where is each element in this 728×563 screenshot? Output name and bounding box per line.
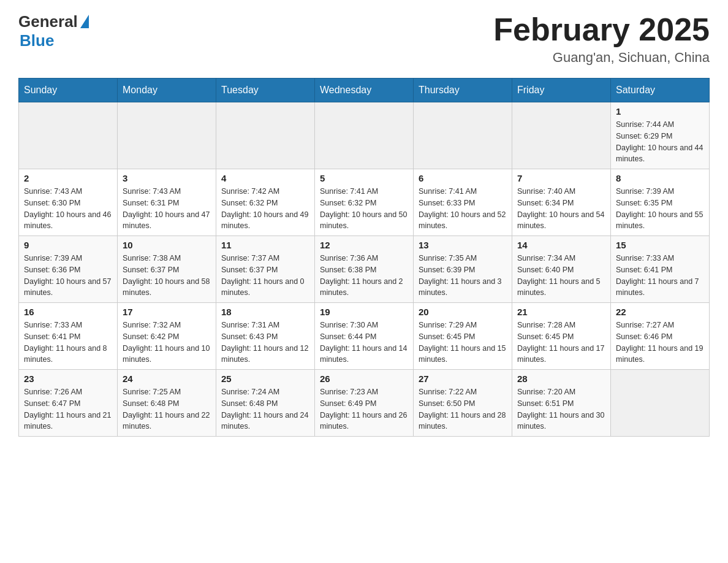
day-info: Sunrise: 7:33 AMSunset: 6:41 PMDaylight:… bbox=[616, 253, 704, 299]
calendar-cell: 11Sunrise: 7:37 AMSunset: 6:37 PMDayligh… bbox=[216, 236, 315, 303]
day-info: Sunrise: 7:32 AMSunset: 6:42 PMDaylight:… bbox=[123, 320, 211, 366]
day-info: Sunrise: 7:31 AMSunset: 6:43 PMDaylight:… bbox=[221, 320, 309, 366]
day-info: Sunrise: 7:29 AMSunset: 6:45 PMDaylight:… bbox=[419, 320, 507, 366]
day-number: 15 bbox=[616, 240, 704, 250]
weekday-header-row: Sunday Monday Tuesday Wednesday Thursday… bbox=[19, 79, 710, 102]
calendar: Sunday Monday Tuesday Wednesday Thursday… bbox=[18, 78, 710, 437]
calendar-cell: 25Sunrise: 7:24 AMSunset: 6:48 PMDayligh… bbox=[216, 370, 315, 437]
day-number: 16 bbox=[24, 307, 112, 317]
calendar-cell: 16Sunrise: 7:33 AMSunset: 6:41 PMDayligh… bbox=[19, 303, 118, 370]
day-number: 4 bbox=[221, 173, 309, 183]
week-row-5: 23Sunrise: 7:26 AMSunset: 6:47 PMDayligh… bbox=[19, 370, 710, 437]
day-info: Sunrise: 7:33 AMSunset: 6:41 PMDaylight:… bbox=[24, 320, 112, 366]
day-number: 7 bbox=[517, 173, 605, 183]
day-info: Sunrise: 7:28 AMSunset: 6:45 PMDaylight:… bbox=[517, 320, 605, 366]
calendar-cell bbox=[315, 102, 414, 169]
week-row-1: 1Sunrise: 7:44 AMSunset: 6:29 PMDaylight… bbox=[19, 102, 710, 169]
day-info: Sunrise: 7:43 AMSunset: 6:31 PMDaylight:… bbox=[123, 186, 211, 232]
day-info: Sunrise: 7:41 AMSunset: 6:33 PMDaylight:… bbox=[419, 186, 507, 232]
day-number: 25 bbox=[221, 373, 309, 384]
day-number: 1 bbox=[616, 106, 704, 117]
calendar-cell: 27Sunrise: 7:22 AMSunset: 6:50 PMDayligh… bbox=[414, 370, 512, 437]
calendar-cell: 2Sunrise: 7:43 AMSunset: 6:30 PMDaylight… bbox=[19, 169, 118, 236]
day-number: 20 bbox=[419, 307, 507, 317]
header-wednesday: Wednesday bbox=[315, 79, 414, 102]
day-info: Sunrise: 7:44 AMSunset: 6:29 PMDaylight:… bbox=[616, 119, 704, 165]
week-row-2: 2Sunrise: 7:43 AMSunset: 6:30 PMDaylight… bbox=[19, 169, 710, 236]
day-info: Sunrise: 7:30 AMSunset: 6:44 PMDaylight:… bbox=[320, 320, 408, 366]
calendar-cell bbox=[414, 102, 512, 169]
calendar-cell: 13Sunrise: 7:35 AMSunset: 6:39 PMDayligh… bbox=[414, 236, 512, 303]
header-monday: Monday bbox=[118, 79, 216, 102]
day-number: 23 bbox=[24, 373, 112, 384]
calendar-cell: 21Sunrise: 7:28 AMSunset: 6:45 PMDayligh… bbox=[512, 303, 611, 370]
day-number: 2 bbox=[24, 173, 112, 183]
header-sunday: Sunday bbox=[19, 79, 118, 102]
calendar-cell: 20Sunrise: 7:29 AMSunset: 6:45 PMDayligh… bbox=[414, 303, 512, 370]
day-number: 3 bbox=[123, 173, 211, 183]
day-number: 11 bbox=[221, 240, 309, 250]
day-info: Sunrise: 7:38 AMSunset: 6:37 PMDaylight:… bbox=[123, 253, 211, 299]
calendar-cell: 8Sunrise: 7:39 AMSunset: 6:35 PMDaylight… bbox=[611, 169, 710, 236]
day-number: 22 bbox=[616, 307, 704, 317]
header: General Blue February 2025 Guang'an, Sic… bbox=[18, 12, 710, 66]
day-number: 8 bbox=[616, 173, 704, 183]
day-number: 17 bbox=[123, 307, 211, 317]
calendar-cell bbox=[611, 370, 710, 437]
day-info: Sunrise: 7:39 AMSunset: 6:35 PMDaylight:… bbox=[616, 186, 704, 232]
header-saturday: Saturday bbox=[611, 79, 710, 102]
calendar-cell: 23Sunrise: 7:26 AMSunset: 6:47 PMDayligh… bbox=[19, 370, 118, 437]
calendar-cell: 22Sunrise: 7:27 AMSunset: 6:46 PMDayligh… bbox=[611, 303, 710, 370]
day-info: Sunrise: 7:22 AMSunset: 6:50 PMDaylight:… bbox=[419, 386, 507, 432]
calendar-cell: 15Sunrise: 7:33 AMSunset: 6:41 PMDayligh… bbox=[611, 236, 710, 303]
day-info: Sunrise: 7:39 AMSunset: 6:36 PMDaylight:… bbox=[24, 253, 112, 299]
day-info: Sunrise: 7:41 AMSunset: 6:32 PMDaylight:… bbox=[320, 186, 408, 232]
logo-general-text: General bbox=[18, 12, 78, 31]
calendar-cell: 9Sunrise: 7:39 AMSunset: 6:36 PMDaylight… bbox=[19, 236, 118, 303]
calendar-cell bbox=[118, 102, 216, 169]
calendar-cell: 18Sunrise: 7:31 AMSunset: 6:43 PMDayligh… bbox=[216, 303, 315, 370]
day-number: 6 bbox=[419, 173, 507, 183]
calendar-cell: 14Sunrise: 7:34 AMSunset: 6:40 PMDayligh… bbox=[512, 236, 611, 303]
title-area: February 2025 Guang'an, Sichuan, China bbox=[493, 12, 710, 66]
logo: General Blue bbox=[18, 12, 89, 50]
header-thursday: Thursday bbox=[414, 79, 512, 102]
day-number: 10 bbox=[123, 240, 211, 250]
calendar-cell: 26Sunrise: 7:23 AMSunset: 6:49 PMDayligh… bbox=[315, 370, 414, 437]
day-info: Sunrise: 7:26 AMSunset: 6:47 PMDaylight:… bbox=[24, 386, 112, 432]
calendar-cell: 28Sunrise: 7:20 AMSunset: 6:51 PMDayligh… bbox=[512, 370, 611, 437]
calendar-cell bbox=[512, 102, 611, 169]
logo-triangle-icon bbox=[80, 15, 89, 28]
calendar-cell: 3Sunrise: 7:43 AMSunset: 6:31 PMDaylight… bbox=[118, 169, 216, 236]
week-row-4: 16Sunrise: 7:33 AMSunset: 6:41 PMDayligh… bbox=[19, 303, 710, 370]
calendar-cell: 7Sunrise: 7:40 AMSunset: 6:34 PMDaylight… bbox=[512, 169, 611, 236]
month-title: February 2025 bbox=[493, 12, 710, 47]
day-info: Sunrise: 7:20 AMSunset: 6:51 PMDaylight:… bbox=[517, 386, 605, 432]
day-number: 27 bbox=[419, 373, 507, 384]
day-info: Sunrise: 7:42 AMSunset: 6:32 PMDaylight:… bbox=[221, 186, 309, 232]
day-number: 18 bbox=[221, 307, 309, 317]
day-info: Sunrise: 7:37 AMSunset: 6:37 PMDaylight:… bbox=[221, 253, 309, 299]
calendar-cell: 24Sunrise: 7:25 AMSunset: 6:48 PMDayligh… bbox=[118, 370, 216, 437]
calendar-cell: 17Sunrise: 7:32 AMSunset: 6:42 PMDayligh… bbox=[118, 303, 216, 370]
day-number: 5 bbox=[320, 173, 408, 183]
day-number: 12 bbox=[320, 240, 408, 250]
calendar-cell bbox=[19, 102, 118, 169]
day-number: 13 bbox=[419, 240, 507, 250]
header-friday: Friday bbox=[512, 79, 611, 102]
calendar-cell: 6Sunrise: 7:41 AMSunset: 6:33 PMDaylight… bbox=[414, 169, 512, 236]
day-info: Sunrise: 7:35 AMSunset: 6:39 PMDaylight:… bbox=[419, 253, 507, 299]
day-info: Sunrise: 7:34 AMSunset: 6:40 PMDaylight:… bbox=[517, 253, 605, 299]
day-info: Sunrise: 7:23 AMSunset: 6:49 PMDaylight:… bbox=[320, 386, 408, 432]
calendar-cell: 12Sunrise: 7:36 AMSunset: 6:38 PMDayligh… bbox=[315, 236, 414, 303]
day-info: Sunrise: 7:40 AMSunset: 6:34 PMDaylight:… bbox=[517, 186, 605, 232]
calendar-cell: 10Sunrise: 7:38 AMSunset: 6:37 PMDayligh… bbox=[118, 236, 216, 303]
day-number: 28 bbox=[517, 373, 605, 384]
calendar-cell: 4Sunrise: 7:42 AMSunset: 6:32 PMDaylight… bbox=[216, 169, 315, 236]
day-number: 26 bbox=[320, 373, 408, 384]
calendar-cell: 19Sunrise: 7:30 AMSunset: 6:44 PMDayligh… bbox=[315, 303, 414, 370]
day-info: Sunrise: 7:36 AMSunset: 6:38 PMDaylight:… bbox=[320, 253, 408, 299]
day-info: Sunrise: 7:24 AMSunset: 6:48 PMDaylight:… bbox=[221, 386, 309, 432]
logo-blue-text: Blue bbox=[20, 31, 54, 50]
location: Guang'an, Sichuan, China bbox=[493, 50, 710, 66]
